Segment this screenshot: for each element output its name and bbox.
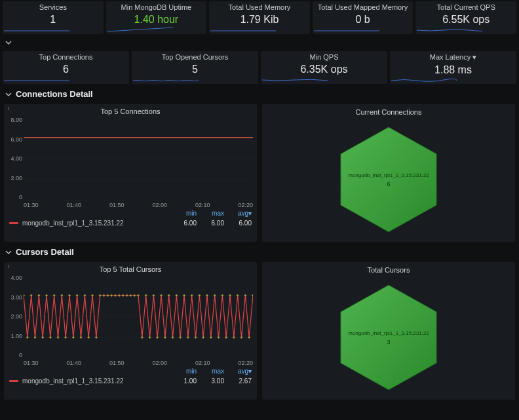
- y-axis-labels: 4.003.002.001.000: [7, 275, 22, 358]
- svg-point-31: [95, 337, 97, 339]
- hex-title: Current Connections: [356, 104, 422, 117]
- svg-point-39: [126, 295, 128, 297]
- svg-point-22: [61, 295, 63, 297]
- stat-title: Max Latency ▾: [390, 51, 516, 62]
- svg-point-49: [164, 337, 166, 339]
- panel-current-qps[interactable]: Total Current QPS 6.55K ops: [415, 1, 516, 34]
- stat-title: Total Used Memory: [209, 1, 310, 11]
- svg-point-41: [134, 295, 136, 297]
- sparkline: [4, 75, 69, 83]
- svg-point-17: [42, 337, 44, 339]
- svg-point-24: [69, 295, 71, 297]
- hex-label: mongodb_inst_rpl1_1_3.15.231.22: [348, 330, 429, 336]
- panel-used-memory[interactable]: Total Used Memory 1.79 Kib: [209, 1, 310, 34]
- legend-stats-values: 1.003.002.67: [178, 377, 252, 385]
- legend-swatch: [9, 222, 18, 224]
- svg-point-58: [199, 295, 201, 297]
- info-icon[interactable]: i: [5, 105, 12, 112]
- y-axis-labels: 8.006.004.002.000: [7, 117, 22, 200]
- hexagon[interactable]: mongodb_inst_rpl1_1_3.15.231.22 6: [333, 124, 444, 235]
- svg-point-51: [172, 337, 174, 339]
- svg-point-61: [210, 337, 212, 339]
- svg-point-69: [240, 337, 242, 339]
- svg-point-37: [118, 295, 120, 297]
- svg-point-71: [248, 337, 250, 339]
- svg-point-43: [141, 337, 143, 339]
- panel-top5-connections[interactable]: i Top 5 Connections 8.006.004.002.000 01…: [4, 104, 257, 242]
- svg-point-35: [111, 295, 113, 297]
- stat-value: 1: [3, 11, 104, 26]
- svg-point-42: [138, 295, 140, 297]
- panel-total-cursors[interactable]: Total Cursors mongodb_inst_rpl1_1_3.15.2…: [262, 262, 515, 400]
- chart-svg: [24, 117, 253, 200]
- panel-mapped-memory[interactable]: Total Used Mapped Memory 0 b: [313, 1, 413, 34]
- svg-point-68: [237, 295, 239, 297]
- svg-point-26: [76, 295, 78, 297]
- svg-point-63: [218, 337, 220, 339]
- svg-point-18: [46, 295, 48, 297]
- svg-point-34: [107, 295, 109, 297]
- svg-point-23: [65, 337, 67, 339]
- stat-title: Min QPS: [261, 51, 387, 61]
- section-cursors-detail[interactable]: Cursors Detail: [0, 243, 519, 261]
- panel-min-qps[interactable]: Min QPS 6.35K ops: [261, 51, 387, 84]
- svg-point-70: [244, 295, 246, 297]
- stat-value: 6.35K ops: [261, 61, 387, 75]
- collapsed-section[interactable]: [0, 35, 519, 50]
- sparkline: [133, 75, 199, 83]
- svg-point-16: [38, 295, 40, 297]
- svg-point-50: [168, 295, 170, 297]
- legend-stats-values: 6.006.006.00: [178, 220, 252, 227]
- legend-series-name: mongodb_inst_rpl1_1_3.15.231.22: [22, 220, 124, 227]
- panel-current-connections[interactable]: Current Connections mongodb_inst_rpl1_1_…: [262, 104, 515, 242]
- stat-title: Min MongoDB Uptime: [106, 1, 207, 11]
- stat-value: 0 b: [313, 11, 413, 26]
- svg-point-59: [202, 337, 204, 339]
- svg-point-54: [183, 295, 185, 297]
- stat-value: 6: [3, 61, 129, 75]
- hex-label: mongodb_inst_rpl1_1_3.15.231.22: [348, 172, 429, 178]
- legend-row[interactable]: mongodb_inst_rpl1_1_3.15.231.22 6.006.00…: [4, 217, 257, 231]
- hexagon[interactable]: mongodb_inst_rpl1_1_3.15.231.22 3: [333, 282, 444, 393]
- svg-point-67: [233, 337, 235, 339]
- stat-row-1: Services 1 Min MongoDB Uptime 1.40 hour …: [0, 0, 519, 35]
- legend-row[interactable]: mongodb_inst_rpl1_1_3.15.231.22 1.003.00…: [4, 375, 257, 389]
- svg-point-62: [214, 295, 216, 297]
- panel-top-cursors[interactable]: Top Opened Cursors 5: [132, 51, 258, 84]
- stat-value: 1.88 ms: [390, 62, 516, 76]
- svg-point-48: [161, 295, 163, 297]
- chevron-down-icon: [5, 91, 12, 98]
- svg-point-47: [157, 337, 159, 339]
- panel-top-connections[interactable]: Top Connections 6: [3, 51, 129, 84]
- hex-value: 3: [387, 339, 390, 345]
- legend-stats-header: minmaxavg▾: [4, 366, 257, 375]
- svg-point-38: [122, 295, 124, 297]
- svg-point-28: [84, 295, 86, 297]
- panel-top5-cursors[interactable]: i Top 5 Total Cursors 4.003.002.001.000 …: [4, 262, 257, 400]
- svg-point-33: [103, 295, 105, 297]
- svg-point-53: [180, 337, 182, 339]
- legend-swatch: [9, 380, 18, 382]
- sparkline: [314, 25, 379, 33]
- section-connections-detail[interactable]: Connections Detail: [0, 85, 519, 103]
- panel-services[interactable]: Services 1: [3, 1, 104, 34]
- svg-point-30: [92, 295, 94, 297]
- svg-point-25: [72, 337, 74, 339]
- svg-point-57: [195, 337, 197, 339]
- section-title: Connections Detail: [16, 89, 93, 99]
- svg-point-21: [57, 337, 59, 339]
- panel-max-latency[interactable]: Max Latency ▾ 1.88 ms: [390, 51, 516, 84]
- svg-point-72: [252, 295, 253, 297]
- svg-point-65: [225, 337, 227, 339]
- panel-min-uptime[interactable]: Min MongoDB Uptime 1.40 hour: [106, 1, 207, 34]
- svg-point-52: [176, 295, 178, 297]
- stat-value: 5: [132, 61, 258, 75]
- section-title: Cursors Detail: [16, 247, 74, 257]
- svg-point-12: [24, 295, 24, 297]
- svg-point-64: [221, 295, 223, 297]
- svg-point-32: [99, 295, 101, 297]
- svg-point-29: [88, 337, 90, 339]
- info-icon[interactable]: i: [5, 263, 12, 270]
- svg-point-19: [49, 337, 51, 339]
- svg-point-46: [153, 295, 155, 297]
